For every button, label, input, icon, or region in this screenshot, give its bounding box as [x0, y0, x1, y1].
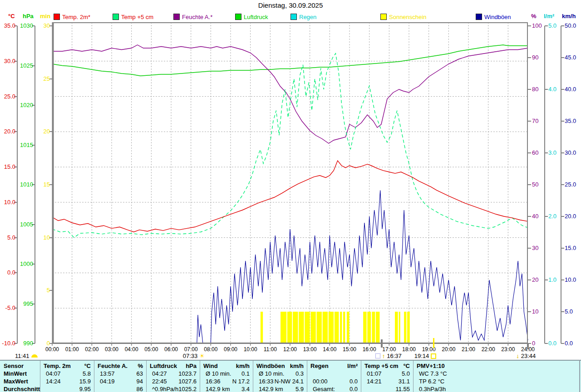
x-tick-label: 09:00 [221, 346, 241, 353]
axis-tick-label-percent: 30 [532, 245, 559, 251]
axis-tick-label-kmh: 35.0 [565, 118, 581, 124]
marker-time-label: 16:37 [387, 353, 402, 359]
table-cell-time: Ø 10 min. [256, 370, 284, 377]
table-cell-time: Gesamt: [310, 385, 335, 392]
table-col-name: Temp +5 cm [364, 362, 399, 370]
table-cell-time: 00:00 [310, 377, 328, 385]
table-cell-row: 00:000.0 [307, 377, 361, 385]
axis-tick-kmh [561, 25, 564, 26]
table-col-temp--2m: Temp. 2m°C04:075.814:2415.99.95 [40, 361, 94, 392]
sunshine-bar [399, 312, 400, 343]
marker-gray-tick [381, 339, 383, 348]
table-col-wind: Windkm/hØ 10 min.0.116:36N 17.2142.9 km3… [200, 361, 253, 392]
legend-label: Feuchte A.* [182, 14, 212, 20]
axis-unit-hpa: hPa [23, 13, 34, 20]
table-cell-time: ^0.9hPa/h [150, 385, 178, 392]
up-arrow-icon: ↑ [382, 353, 385, 359]
dotted-square-icon [375, 353, 380, 358]
table-cell-value: 9.95 [79, 385, 91, 392]
legend-label: Temp. 2m* [62, 14, 90, 20]
table-cell-row: 22:451027.6 [147, 377, 200, 385]
table-col-windb-en: Windböenkm/hØ 10 min.0.316:33N-NW 24.114… [253, 361, 307, 392]
x-tick-label: 03:00 [102, 346, 122, 353]
legend-label: Regen [299, 14, 316, 20]
table-cell-row: Ø 10 min.0.1 [200, 370, 253, 377]
x-tick-label: 19:00 [419, 346, 439, 353]
axis-unit-temp_c: °C [8, 13, 15, 20]
axis-tick-percent [528, 57, 531, 58]
legend-label: Windböen [484, 14, 511, 20]
x-tick-label: 20:00 [438, 346, 458, 353]
table-cell-row: ^0.9hPa/h1025.2 [147, 385, 200, 392]
table-cell-value: N-NW 24.1 [275, 377, 304, 385]
axis-tick-percent [528, 184, 531, 185]
table-cell-value: 0.3 [295, 370, 304, 377]
axis-tick-label-percent: 50 [532, 181, 559, 188]
axis-tick-kmh [561, 152, 564, 153]
sunshine-bar [317, 312, 322, 343]
marker-time-label: 07:33 [183, 353, 198, 359]
x-tick-label: 01:00 [62, 346, 82, 353]
sunshine-bar [335, 312, 339, 343]
table-cell-time: 14:24 [44, 377, 61, 385]
axis-end-tick [527, 343, 529, 349]
table-row-label: MinWert [0, 370, 40, 377]
axis-tick-label-sun_min: 15 [23, 181, 50, 188]
table-cell-value: 63 [137, 370, 143, 377]
table-cell-value: 1023.7 [178, 370, 197, 377]
table-col-unit: l/m² [347, 362, 358, 370]
table-cell-time: 0.3hPa/3h [417, 385, 446, 392]
axis-tick-percent [528, 121, 531, 122]
sunshine-bar [372, 312, 375, 343]
page-title: Dienstag, 30.09.2025 [0, 1, 581, 9]
table-col-unit: °C [84, 362, 91, 370]
x-tick-label: 21:00 [458, 346, 478, 353]
sunshine-bar [287, 312, 292, 343]
table-col-unit: °C [403, 362, 410, 370]
table-col-header: Regenl/m² [307, 362, 361, 370]
table-col-unit: hPa [186, 362, 197, 370]
table-cell-value: 0.0 [350, 377, 358, 385]
marker-11-41: 11:41 [15, 353, 38, 359]
sun-below-horizon-icon [431, 353, 436, 359]
legend-label: Temp +5 cm [121, 14, 153, 20]
table-col-name: Temp. 2m [44, 362, 71, 370]
table-col-unit: km/h [236, 362, 250, 370]
legend-swatch-icon [173, 14, 180, 20]
table-cell-row: 142.9 km5.9 [253, 385, 307, 392]
sunshine-bar [299, 312, 304, 343]
axis-tick-kmh [561, 248, 564, 249]
chart-plot-area [52, 22, 528, 344]
axis-tick-percent [528, 216, 531, 217]
table-row-label: Durchschnitt [0, 385, 40, 392]
marker-time-label: 11:41 [15, 353, 30, 359]
table-cell-row: 14:2415.9 [40, 377, 94, 385]
table-cell-row: 142.9 km3.4 [200, 385, 253, 392]
marker-time-label: 23:44 [521, 353, 536, 359]
table-cell-value: 0.0 [350, 385, 358, 392]
axis-tick-label-sun_min: 10 [23, 235, 50, 241]
table-cell-value: N 17.2 [232, 377, 250, 385]
table-col-name: Feuchte A. [98, 362, 128, 370]
x-tick-label: 16:00 [359, 346, 379, 353]
axis-tick-label-kmh: 10.0 [565, 277, 581, 283]
axis-tick-label-hpa: 1025 [6, 63, 33, 69]
table-cell-time: 04:07 [44, 370, 61, 377]
x-tick-label: 04:00 [122, 346, 142, 353]
x-tick-label: 18:00 [399, 346, 419, 353]
table-cell-row: 16:33N-NW 24.1 [253, 377, 307, 385]
table-cell-time: TP 6.2 °C [417, 377, 444, 385]
table-cell-row: 0.3hPa/3h [414, 385, 478, 392]
table-col-regen: Regenl/m²00:000.0Gesamt:0.0 [307, 361, 361, 392]
table-cell-time [98, 385, 100, 392]
legend-item-4: Luftdruck [235, 14, 268, 20]
table-cell-time: WC 7.3 °C [417, 370, 447, 377]
axis-tick-label-temp_c: 20.0 [0, 128, 15, 135]
x-tick-label: 10:00 [241, 346, 261, 353]
table-col-name: Wind [203, 362, 218, 370]
table-cell-time: 04:19 [98, 377, 115, 385]
marker-07-33: 07:33☀ [183, 353, 205, 359]
table-col-name: Regen [310, 362, 329, 370]
x-tick-label: 00:00 [42, 346, 62, 353]
table-cell-row: 13:5763 [94, 370, 146, 377]
